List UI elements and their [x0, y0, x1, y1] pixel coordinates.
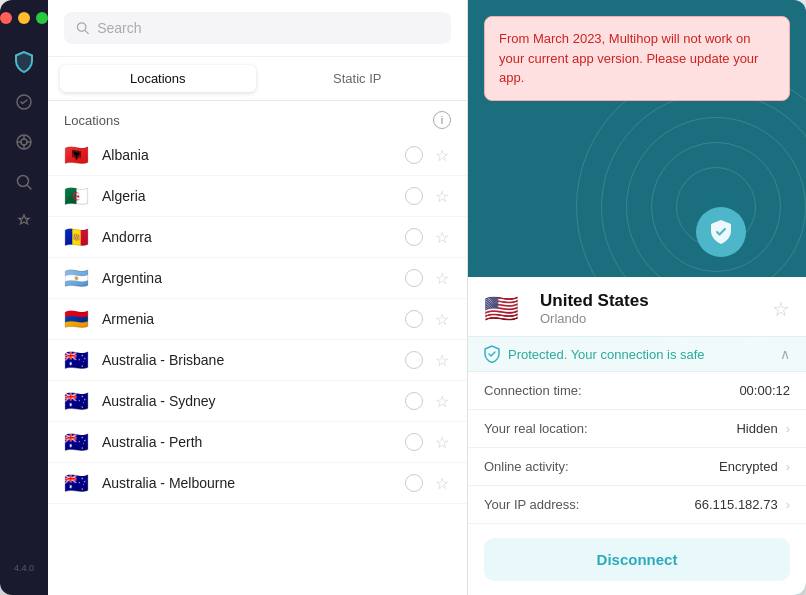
location-name: Australia - Sydney: [102, 393, 395, 409]
sidebar-search-icon[interactable]: [6, 164, 42, 200]
search-input-wrapper[interactable]: [64, 12, 451, 44]
locations-header: Locations i: [48, 101, 467, 135]
ip-address-row[interactable]: Your IP address: 66.115.182.73 ›: [468, 486, 806, 524]
location-radio[interactable]: [405, 351, 423, 369]
location-star-icon[interactable]: ☆: [433, 392, 451, 410]
search-input[interactable]: [97, 20, 439, 36]
sidebar-settings-icon[interactable]: [6, 204, 42, 240]
location-flag: 🇩🇿: [64, 186, 92, 206]
ip-address-value: 66.115.182.73: [695, 497, 778, 512]
location-radio[interactable]: [405, 187, 423, 205]
location-name: Algeria: [102, 188, 395, 204]
location-star-icon[interactable]: ☆: [433, 351, 451, 369]
location-radio[interactable]: [405, 392, 423, 410]
location-star-icon[interactable]: ☆: [433, 269, 451, 287]
location-name: Andorra: [102, 229, 395, 245]
disconnect-button[interactable]: Disconnect: [484, 538, 790, 581]
sidebar-preferences-icon[interactable]: [6, 124, 42, 160]
concentric-rings: [566, 57, 806, 357]
location-star-icon[interactable]: ☆: [433, 474, 451, 492]
real-location-value: Hidden: [736, 421, 777, 436]
online-activity-value: Encrypted: [719, 459, 778, 474]
vpn-visual: [468, 109, 806, 278]
location-flag: 🇦🇺: [64, 432, 92, 452]
ip-address-value-row: 66.115.182.73 ›: [695, 497, 790, 512]
location-flag: 🇦🇱: [64, 145, 92, 165]
real-location-label: Your real location:: [484, 421, 588, 436]
svg-line-8: [27, 185, 31, 189]
svg-line-10: [85, 30, 88, 33]
search-magnifier-icon: [76, 21, 89, 35]
real-location-value-row: Hidden ›: [736, 421, 790, 436]
list-item[interactable]: 🇦🇺 Australia - Sydney ☆: [48, 381, 467, 422]
sidebar-notifications-icon[interactable]: [6, 84, 42, 120]
location-flag: 🇦🇩: [64, 227, 92, 247]
location-star-icon[interactable]: ☆: [433, 310, 451, 328]
list-item[interactable]: 🇦🇱 Albania ☆: [48, 135, 467, 176]
sidebar: 4.4.0: [0, 0, 48, 595]
connection-time-row: Connection time: 00:00:12: [468, 372, 806, 410]
traffic-lights: [0, 12, 54, 24]
location-list[interactable]: 🇦🇱 Albania ☆ 🇩🇿 Algeria ☆ 🇦🇩 Andorra ☆ 🇦…: [48, 135, 467, 595]
tab-locations[interactable]: Locations: [60, 65, 256, 92]
list-item[interactable]: 🇦🇺 Australia - Perth ☆: [48, 422, 467, 463]
online-activity-chevron-icon: ›: [786, 459, 790, 474]
alert-banner: From March 2023, Multihop will not work …: [484, 16, 790, 101]
connection-time-label: Connection time:: [484, 383, 582, 398]
list-item[interactable]: 🇦🇩 Andorra ☆: [48, 217, 467, 258]
close-button[interactable]: [0, 12, 12, 24]
connection-time-value-row: 00:00:12: [739, 383, 790, 398]
location-star-icon[interactable]: ☆: [433, 228, 451, 246]
right-panel: From March 2023, Multihop will not work …: [468, 0, 806, 595]
fullscreen-button[interactable]: [36, 12, 48, 24]
info-rows: Connection time: 00:00:12 Your real loca…: [468, 372, 806, 524]
location-star-icon[interactable]: ☆: [433, 146, 451, 164]
shield-status-icon: [484, 345, 500, 363]
location-flag: 🇦🇺: [64, 391, 92, 411]
list-item[interactable]: 🇦🇷 Argentina ☆: [48, 258, 467, 299]
connection-flag: 🇺🇸: [484, 293, 528, 325]
location-flag: 🇦🇷: [64, 268, 92, 288]
minimize-button[interactable]: [18, 12, 30, 24]
online-activity-value-row: Encrypted ›: [719, 459, 790, 474]
location-radio[interactable]: [405, 474, 423, 492]
sidebar-shield-icon[interactable]: [6, 44, 42, 80]
location-name: Armenia: [102, 311, 395, 327]
online-activity-row[interactable]: Online activity: Encrypted ›: [468, 448, 806, 486]
ip-address-chevron-icon: ›: [786, 497, 790, 512]
location-name: Australia - Perth: [102, 434, 395, 450]
app-window: 4.4.0 Locations Static IP Locations i 🇦🇱: [0, 0, 806, 595]
locations-section-label: Locations: [64, 113, 120, 128]
location-flag: 🇦🇲: [64, 309, 92, 329]
left-panel: Locations Static IP Locations i 🇦🇱 Alban…: [48, 0, 468, 595]
list-item[interactable]: 🇦🇲 Armenia ☆: [48, 299, 467, 340]
vpn-shield-center-icon: [696, 207, 746, 257]
list-item[interactable]: 🇦🇺 Australia - Melbourne ☆: [48, 463, 467, 504]
list-item[interactable]: 🇦🇺 Australia - Brisbane ☆: [48, 340, 467, 381]
location-star-icon[interactable]: ☆: [433, 433, 451, 451]
search-bar: [48, 0, 467, 57]
location-name: Albania: [102, 147, 395, 163]
real-location-chevron-icon: ›: [786, 421, 790, 436]
list-item[interactable]: 🇩🇿 Algeria ☆: [48, 176, 467, 217]
location-name: Australia - Melbourne: [102, 475, 395, 491]
tabs-row: Locations Static IP: [48, 57, 467, 101]
online-activity-label: Online activity:: [484, 459, 569, 474]
real-location-row[interactable]: Your real location: Hidden ›: [468, 410, 806, 448]
tab-static-ip[interactable]: Static IP: [260, 65, 456, 92]
location-radio[interactable]: [405, 433, 423, 451]
location-flag: 🇦🇺: [64, 350, 92, 370]
location-name: Australia - Brisbane: [102, 352, 395, 368]
location-radio[interactable]: [405, 146, 423, 164]
info-icon[interactable]: i: [433, 111, 451, 129]
location-flag: 🇦🇺: [64, 473, 92, 493]
version-label: 4.4.0: [14, 563, 34, 573]
ip-address-label: Your IP address:: [484, 497, 579, 512]
location-name: Argentina: [102, 270, 395, 286]
location-radio[interactable]: [405, 228, 423, 246]
connection-time-value: 00:00:12: [739, 383, 790, 398]
svg-point-2: [21, 139, 27, 145]
location-radio[interactable]: [405, 310, 423, 328]
location-star-icon[interactable]: ☆: [433, 187, 451, 205]
location-radio[interactable]: [405, 269, 423, 287]
